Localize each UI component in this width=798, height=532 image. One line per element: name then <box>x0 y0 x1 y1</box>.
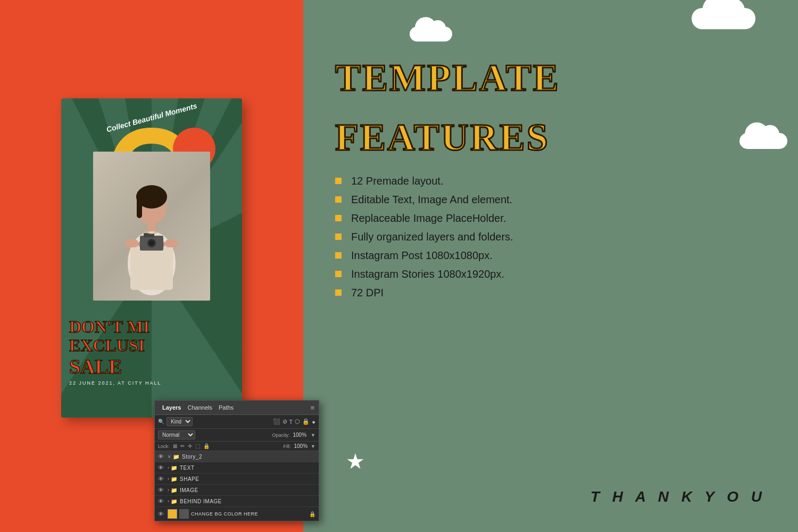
pixel-filter-icon[interactable]: ⬛ <box>273 418 280 425</box>
all-lock-icon[interactable]: 🔒 <box>203 443 210 449</box>
shape-filter-icon[interactable]: ⬡ <box>295 418 300 425</box>
svg-point-24 <box>149 240 154 246</box>
expand-image[interactable]: › <box>168 487 169 493</box>
text-filter-icon[interactable]: T <box>289 419 293 425</box>
adjust-filter-icon[interactable]: ⊘ <box>282 418 287 425</box>
search-icon: 🔍 <box>158 419 164 425</box>
expand-behind[interactable]: › <box>168 498 169 504</box>
sale-text: SALE <box>69 355 234 378</box>
feature-item-1: 12 Premade layout. <box>335 175 766 187</box>
bullet-3 <box>335 215 342 221</box>
layers-panel-header: Layers Channels Paths ≡ <box>155 401 319 415</box>
expand-text[interactable]: › <box>168 465 169 470</box>
expand-story[interactable]: ∨ <box>168 454 171 459</box>
layers-lock-row: Lock: ⊠ ✏ ✛ ⬚ 🔒 Fill: 100% ▼ <box>155 442 319 451</box>
feature-text-2: Editable Text, Image And element. <box>351 194 512 206</box>
folder-icon-story: 📁 <box>173 454 179 460</box>
move-lock-icon[interactable]: ✛ <box>188 443 192 449</box>
bg-layer-thumb <box>179 509 189 519</box>
layer-filter-icons: ⬛ ⊘ T ⬡ 🔒 ● <box>273 418 315 425</box>
left-panel: .ray { fill: #2d5a3f; } .ray2 { fill: #3… <box>0 0 303 532</box>
template-title-container: TEMPLATE FEATURES <box>335 37 766 156</box>
eye-icon-image[interactable]: 👁 <box>158 487 165 493</box>
expand-shape[interactable]: › <box>168 476 169 481</box>
bg-layer-name: CHANGE BG COLOR HERE <box>191 511 258 517</box>
features-list: 12 Premade layout. Editable Text, Image … <box>335 175 766 305</box>
layers-search-row: 🔍 Kind ⬛ ⊘ T ⬡ 🔒 ● <box>155 415 319 429</box>
lock-icon[interactable]: ⊠ <box>173 443 177 449</box>
bg-color-swatch <box>168 509 177 519</box>
layers-tab[interactable]: Layers <box>159 403 184 412</box>
feature-text-5: Instagram Post 1080x1080px. <box>351 250 493 262</box>
opacity-label: Opacity: <box>272 433 289 438</box>
artboard-lock-icon[interactable]: ⬚ <box>195 443 200 449</box>
paths-tab[interactable]: Paths <box>215 403 237 412</box>
lock-label: Lock: <box>158 444 170 449</box>
thank-you-text: T H A N K Y O U <box>591 488 766 505</box>
svg-rect-27 <box>137 197 142 218</box>
feature-text-1: 12 Premade layout. <box>351 175 443 187</box>
image-layer-name: IMAGE <box>180 487 198 493</box>
blend-mode-dropdown[interactable]: Normal <box>158 430 195 439</box>
eye-icon-shape[interactable]: 👁 <box>158 476 165 482</box>
feature-text-6: Instagram Stories 1080x1920px. <box>351 268 504 280</box>
feature-item-5: Instagram Post 1080x1080px. <box>335 250 766 262</box>
poster-bottom: DON'T MI EXCLUSI SALE 22 JUNE 2021, AT C… <box>61 318 242 386</box>
layer-lock-icon: 🔒 <box>309 511 315 517</box>
poster-card: .ray { fill: #2d5a3f; } .ray2 { fill: #3… <box>61 98 242 418</box>
bullet-5 <box>335 252 342 259</box>
fill-label: Fill: <box>284 444 291 449</box>
layers-menu-icon[interactable]: ≡ <box>310 404 314 412</box>
brush-lock-icon[interactable]: ✏ <box>180 443 185 449</box>
star-bottom: ★ <box>346 449 365 473</box>
opacity-value: 100% <box>293 432 307 438</box>
eye-icon-text[interactable]: 👁 <box>158 464 165 471</box>
date-text: 22 JUNE 2021, AT CITY HALL <box>69 380 234 386</box>
eye-icon-behind[interactable]: 👁 <box>158 498 165 504</box>
story-layer-name: Story_2 <box>182 454 202 460</box>
bullet-2 <box>335 196 342 203</box>
layer-story-group[interactable]: 👁 ∨ 📁 Story_2 <box>155 451 319 462</box>
kind-dropdown[interactable]: Kind <box>167 417 193 426</box>
eye-icon-story[interactable]: 👁 <box>158 453 165 460</box>
photo-area <box>93 152 210 301</box>
feature-item-4: Fully organized layers and folders. <box>335 231 766 243</box>
feature-text-7: 72 DPI <box>351 287 384 299</box>
feature-item-2: Editable Text, Image And element. <box>335 194 766 206</box>
dot-filter-icon[interactable]: ● <box>312 419 315 425</box>
eye-icon-bg[interactable]: 👁 <box>158 511 165 517</box>
star-top: ★ <box>420 13 437 35</box>
feature-text-4: Fully organized layers and folders. <box>351 231 513 243</box>
behind-layer-name: BEHIND IMAGE <box>180 498 222 504</box>
layer-bg-color[interactable]: 👁 CHANGE BG COLOR HERE 🔒 <box>155 507 319 521</box>
cloud-right-middle <box>739 133 787 149</box>
bullet-6 <box>335 271 342 277</box>
text-layer-name: TEXT <box>180 465 195 471</box>
template-title-line2: FEATURES <box>335 118 766 156</box>
layer-behind-image[interactable]: 👁 › 📁 BEHIND IMAGE <box>155 496 319 507</box>
folder-icon-text: 📁 <box>171 465 177 471</box>
cloud-top-right <box>692 8 755 29</box>
layer-text[interactable]: 👁 › 📁 TEXT <box>155 462 319 473</box>
smart-filter-icon[interactable]: 🔒 <box>302 418 310 425</box>
svg-rect-28 <box>147 221 156 231</box>
svg-rect-19 <box>165 239 178 247</box>
dont-miss-text: DON'T MI <box>69 318 234 336</box>
feature-text-3: Replaceable Image PlaceHolder. <box>351 212 506 225</box>
fill-chevron: ▼ <box>311 444 315 449</box>
bullet-1 <box>335 178 342 184</box>
layers-panel: Layers Channels Paths ≡ 🔍 Kind ⬛ ⊘ T ⬡ 🔒… <box>154 400 319 521</box>
folder-icon-behind: 📁 <box>171 498 177 504</box>
layer-shape[interactable]: 👁 › 📁 SHAPE <box>155 473 319 485</box>
fill-value: 100% <box>294 443 308 449</box>
photo-placeholder <box>93 152 210 301</box>
layer-image[interactable]: 👁 › 📁 IMAGE <box>155 485 319 496</box>
channels-tab[interactable]: Channels <box>184 403 215 412</box>
feature-item-6: Instagram Stories 1080x1920px. <box>335 268 766 280</box>
folder-icon-image: 📁 <box>171 487 177 493</box>
folder-icon-shape: 📁 <box>171 476 177 482</box>
bullet-7 <box>335 289 342 296</box>
opacity-chevron: ▼ <box>311 433 315 438</box>
exclusi-text: EXCLUSI <box>69 336 234 355</box>
right-panel: ★ ★ TEMPLATE FEATURES 12 Premade layout.… <box>303 0 798 532</box>
